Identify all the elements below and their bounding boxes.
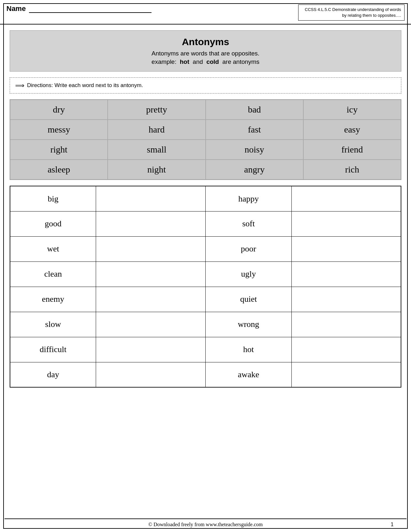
footer-text: © Downloaded freely from www.theteachers… <box>5 522 406 527</box>
page-number: 1 <box>391 522 394 527</box>
page-border <box>3 3 408 529</box>
footer-area: © Downloaded freely from www.theteachers… <box>5 518 406 527</box>
